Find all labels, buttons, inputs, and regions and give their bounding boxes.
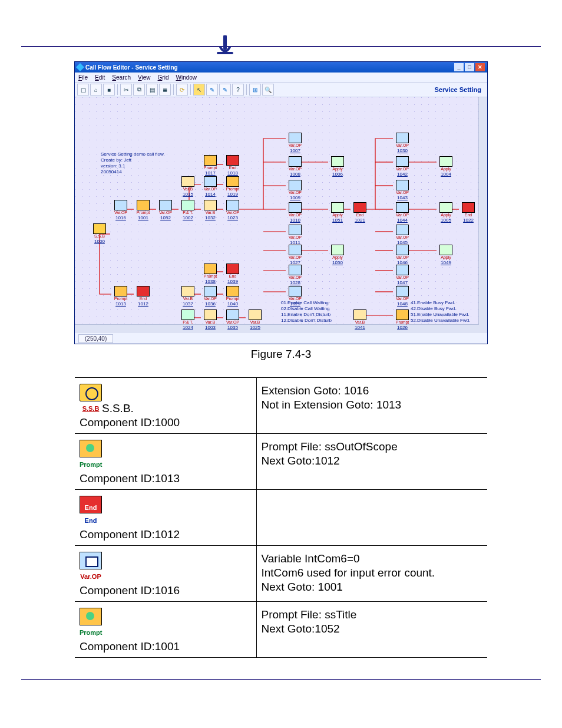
node-1000[interactable]: S.S.B1000 <box>90 223 109 244</box>
table-row: EndComponent ID:1012 <box>75 490 487 546</box>
node-1036[interactable]: Var.OP1036 <box>201 286 220 307</box>
call-flow-editor-window: Call Flow Editor - Service Setting _ □ ✕… <box>74 61 488 344</box>
node-1044[interactable]: Var.OP1044 <box>393 202 412 223</box>
open-file-icon[interactable]: ⌂ <box>90 84 102 95</box>
table-row: Var.OPComponent ID:1016Variable IntCom6=… <box>75 546 487 602</box>
maximize-button[interactable]: □ <box>465 63 474 71</box>
node-1039[interactable]: End1039 <box>223 263 242 284</box>
node-1006[interactable]: Apply1006 <box>328 156 347 177</box>
toolbar: ▢ ⌂ ■ ✂ ⧉ ▤ ≣ ⟳ ↖ ✎ ✎ ? ⊞ 🔍 Service Sett… <box>75 82 487 97</box>
node-1038[interactable]: Prompt1038 <box>201 263 220 284</box>
node-1046[interactable]: Var.OP1046 <box>393 245 412 265</box>
node-1048[interactable]: Var.OP1048 <box>393 286 412 307</box>
menu-grid[interactable]: Grid <box>158 74 169 81</box>
node-1001[interactable]: Prompt1001 <box>134 200 153 220</box>
menubar: FileEditSearchViewGridWindow <box>75 73 487 82</box>
node-1041[interactable]: Var.B1041 <box>351 309 369 330</box>
node-1014[interactable]: Var.OP1014 <box>201 176 220 197</box>
brush1-icon[interactable]: ✎ <box>206 84 218 95</box>
component-table: S.S.BS.S.B.Component ID:1000Extension Go… <box>75 377 487 658</box>
node-1030[interactable]: Var.OP1030 <box>393 133 412 153</box>
copy-icon[interactable]: ⧉ <box>133 84 145 95</box>
node-1009[interactable]: Var.OP1009 <box>286 180 305 200</box>
menu-window[interactable]: Window <box>176 74 197 81</box>
node-1037[interactable]: Var.B1037 <box>178 286 197 307</box>
pointer-icon[interactable]: ↖ <box>193 84 205 95</box>
titlebar[interactable]: Call Flow Editor - Service Setting _ □ ✕ <box>75 62 487 73</box>
node-1002[interactable]: P.& T.1002 <box>178 200 197 220</box>
node-1045[interactable]: Var.OP1045 <box>393 225 412 245</box>
app-icon <box>76 63 84 71</box>
node-1017[interactable]: Prompt1017 <box>201 155 220 176</box>
window-title: Call Flow Editor - Service Setting <box>85 64 178 71</box>
vertical-scrollbar[interactable] <box>478 97 487 333</box>
cut-icon[interactable]: ✂ <box>120 84 132 95</box>
menu-file[interactable]: File <box>78 74 88 81</box>
menu-search[interactable]: Search <box>112 74 131 81</box>
node-1021[interactable]: End1021 <box>351 202 369 223</box>
node-1016[interactable]: Var.OP1016 <box>111 200 130 220</box>
table-row: S.S.BS.S.B.Component ID:1000Extension Go… <box>75 378 487 434</box>
node-1050[interactable]: Apply1050 <box>328 245 347 265</box>
node-1008[interactable]: Var.OP1008 <box>286 156 305 177</box>
table-row: PromptComponent ID:1013Prompt File: ssOu… <box>75 434 487 490</box>
node-1032[interactable]: Var.B1032 <box>201 200 220 220</box>
align-icon[interactable]: ≣ <box>159 84 171 95</box>
new-file-icon[interactable]: ▢ <box>77 84 89 95</box>
node-1022[interactable]: End1022 <box>459 202 478 223</box>
node-1043[interactable]: Var.OP1043 <box>393 180 412 200</box>
node-1004[interactable]: Apply1004 <box>437 156 455 177</box>
brush2-icon[interactable]: ✎ <box>219 84 231 95</box>
node-1029[interactable]: Var.OP1029 <box>286 286 305 307</box>
header-logo-icon <box>217 35 233 55</box>
grid-icon[interactable]: ⊞ <box>249 84 261 95</box>
node-1023[interactable]: Var.OP1023 <box>223 200 242 220</box>
node-1010[interactable]: Var.OP1010 <box>286 202 305 223</box>
horizontal-scrollbar[interactable] <box>75 324 479 333</box>
help-icon[interactable]: ? <box>232 84 244 95</box>
canvas-note: Service Setting demo call flow.Create by… <box>101 151 165 175</box>
service-setting-label: Service Setting <box>435 86 485 93</box>
node-1047[interactable]: Var.OP1047 <box>393 265 412 285</box>
node-1051[interactable]: Apply1051 <box>328 202 347 223</box>
node-1007[interactable]: Var.OP1007 <box>286 133 305 153</box>
table-row: PromptComponent ID:1001Prompt File: ssTi… <box>75 602 487 658</box>
node-1019[interactable]: Prompt1019 <box>223 176 242 197</box>
node-1052[interactable]: Var.OP1052 <box>156 200 175 220</box>
save-icon[interactable]: ■ <box>103 84 115 95</box>
minimize-button[interactable]: _ <box>454 63 464 71</box>
node-1015[interactable]: Var.B1015 <box>178 176 197 197</box>
node-1035[interactable]: Var.OP1035 <box>223 309 242 330</box>
footer-rule <box>21 679 541 680</box>
node-1018[interactable]: End1018 <box>223 155 242 176</box>
flow-canvas[interactable]: Service Setting demo call flow.Create by… <box>75 97 487 333</box>
node-1027[interactable]: Var.OP1027 <box>286 245 305 265</box>
node-1025[interactable]: Var.B1025 <box>246 309 265 330</box>
zoom-icon[interactable]: 🔍 <box>262 84 274 95</box>
node-1011[interactable]: Var.OP1011 <box>286 225 305 245</box>
node-1003[interactable]: Var.B1003 <box>201 309 220 330</box>
node-1026[interactable]: Prompt1026 <box>393 309 412 330</box>
node-1028[interactable]: Var.OP1028 <box>286 265 305 285</box>
node-1042[interactable]: Var.OP1042 <box>393 156 412 177</box>
refresh-icon[interactable]: ⟳ <box>176 84 188 95</box>
status-coords: (250,40) <box>78 334 113 343</box>
node-1040[interactable]: Prompt1040 <box>223 286 242 307</box>
node-1024[interactable]: P.& T.1024 <box>178 309 197 330</box>
menu-view[interactable]: View <box>138 74 151 81</box>
node-1005[interactable]: Apply1005 <box>437 202 455 223</box>
node-1049[interactable]: Apply1049 <box>437 245 455 265</box>
paste-icon[interactable]: ▤ <box>146 84 158 95</box>
menu-edit[interactable]: Edit <box>95 74 105 81</box>
statusbar: (250,40) <box>75 333 487 344</box>
close-button[interactable]: ✕ <box>475 63 485 71</box>
node-1012[interactable]: End1012 <box>134 286 153 307</box>
node-1013[interactable]: Prompt1013 <box>111 286 130 307</box>
figure-caption: Figure 7.4-3 <box>21 348 541 361</box>
